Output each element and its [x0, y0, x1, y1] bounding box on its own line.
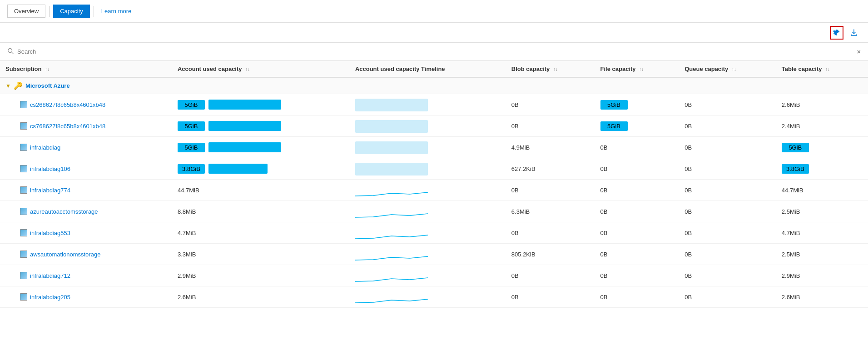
queue-capacity-value: 0B — [684, 251, 692, 258]
queue-capacity-value: 0B — [684, 208, 692, 215]
name-cell: cs768627f8c65b8x4601xb48 — [0, 115, 172, 137]
nav-divider-1 — [49, 6, 50, 17]
blob-capacity-cell: 805.2KiB — [506, 244, 595, 265]
timeline-line-wrap — [355, 247, 428, 261]
table-capacity-value: 2.4MiB — [782, 123, 800, 130]
table-capacity-cell: 2.6MiB — [776, 286, 868, 308]
account-used-capacity-cell: 44.7MiB — [172, 180, 350, 201]
account-used-capacity-cell: 8.8MiB — [172, 201, 350, 222]
file-capacity-value: 0B — [600, 294, 608, 301]
sort-icon-table: ↑↓ — [825, 67, 830, 72]
file-capacity-cell: 0B — [595, 244, 680, 265]
storage-icon — [20, 101, 27, 108]
account-name-link[interactable]: infralabdiag712 — [30, 272, 70, 279]
queue-capacity-cell: 0B — [679, 286, 776, 308]
search-bar: × — [0, 43, 868, 61]
table-capacity-value: 2.5MiB — [782, 251, 800, 258]
file-capacity-value: 0B — [600, 144, 608, 151]
timeline-block — [355, 120, 428, 133]
search-clear-button[interactable]: × — [857, 48, 861, 55]
timeline-cell — [350, 158, 506, 180]
table-capacity-cell: 2.5MiB — [776, 244, 868, 265]
storage-icon — [20, 251, 27, 258]
account-name-link[interactable]: azureautoacctomsstorage — [30, 208, 98, 215]
file-capacity-cell: 0B — [595, 222, 680, 244]
blob-capacity-cell: 6.3MiB — [506, 201, 595, 222]
account-name-link[interactable]: infralabdiag — [30, 144, 60, 151]
timeline-block — [355, 163, 428, 176]
timeline-cell — [350, 201, 506, 222]
timeline-cell — [350, 265, 506, 286]
account-name-link[interactable]: infralabdiag553 — [30, 230, 70, 236]
col-file-capacity[interactable]: File capacity ↑↓ — [595, 61, 680, 77]
account-name-link[interactable]: infralabdiag205 — [30, 294, 70, 301]
table-row: awsautomationomsstorage 3.3MiB 805.2KiB0… — [0, 244, 868, 265]
blob-capacity-value: 0B — [511, 294, 519, 301]
account-name-link[interactable]: infralabdiag774 — [30, 187, 70, 194]
capacity-bar-label: 5GiB — [178, 143, 205, 152]
account-name-link[interactable]: cs268627f8c65b8x4601xb48 — [30, 101, 105, 108]
storage-icon — [20, 186, 27, 194]
col-account-used-capacity-timeline[interactable]: Account used capacity Timeline — [350, 61, 506, 77]
table-capacity-cell: 2.5MiB — [776, 201, 868, 222]
blob-capacity-value: 805.2KiB — [511, 251, 536, 258]
search-input[interactable] — [17, 48, 857, 55]
timeline-sparkline — [355, 206, 428, 218]
capacity-bar — [208, 164, 268, 174]
blob-capacity-value: 0B — [511, 187, 519, 194]
capacity-value: 2.9MiB — [178, 272, 196, 279]
table-capacity-value: 2.6MiB — [782, 294, 800, 301]
blob-capacity-value: 6.3MiB — [511, 208, 530, 215]
capacity-button[interactable]: Capacity — [53, 5, 90, 18]
timeline-cell — [350, 115, 506, 137]
download-button[interactable] — [847, 26, 861, 40]
col-subscription[interactable]: Subscription ↑↓ — [0, 61, 172, 77]
timeline-cell — [350, 244, 506, 265]
col-account-used-capacity[interactable]: Account used capacity ↑↓ — [172, 61, 350, 77]
blob-capacity-cell: 0B — [506, 286, 595, 308]
col-queue-capacity[interactable]: Queue capacity ↑↓ — [679, 61, 776, 77]
timeline-line-wrap — [355, 183, 428, 197]
blob-capacity-cell: 627.2KiB — [506, 158, 595, 180]
group-name-link[interactable]: Microsoft Azure — [25, 82, 70, 89]
learn-more-link[interactable]: Learn more — [98, 5, 135, 17]
timeline-cell — [350, 137, 506, 158]
blob-capacity-cell: 0B — [506, 180, 595, 201]
queue-capacity-cell: 0B — [679, 222, 776, 244]
file-capacity-cell: 0B — [595, 265, 680, 286]
top-nav: Overview Capacity Learn more — [0, 0, 868, 23]
overview-button[interactable]: Overview — [7, 5, 45, 18]
account-used-capacity-cell: 2.9MiB — [172, 265, 350, 286]
capacity-value: 2.6MiB — [178, 294, 196, 301]
account-used-capacity-cell: 4.7MiB — [172, 222, 350, 244]
file-capacity-value: 0B — [600, 230, 608, 236]
timeline-line-wrap — [355, 269, 428, 282]
table-capacity-cell: 5GiB — [776, 137, 868, 158]
name-cell: awsautomationomsstorage — [0, 244, 172, 265]
table-row: infralabdiag553 4.7MiB 0B0B0B4.7MiB — [0, 222, 868, 244]
account-name-link[interactable]: awsautomationomsstorage — [30, 251, 100, 258]
table-row: infralabdiag712 2.9MiB 0B0B0B2.9MiB — [0, 265, 868, 286]
file-capacity-cell: 5GiB — [595, 115, 680, 137]
nav-divider-2 — [94, 6, 94, 17]
sort-icon-subscription: ↑↓ — [45, 67, 50, 72]
account-name-link[interactable]: cs768627f8c65b8x4601xb48 — [30, 123, 105, 130]
name-cell: infralabdiag553 — [0, 222, 172, 244]
queue-capacity-value: 0B — [684, 230, 692, 236]
sort-icon-file: ↑↓ — [639, 67, 644, 72]
storage-icon — [20, 293, 27, 301]
queue-capacity-value: 0B — [684, 294, 692, 301]
account-used-capacity-cell: 3.3MiB — [172, 244, 350, 265]
blob-capacity-value: 627.2KiB — [511, 165, 536, 172]
table-capacity-value: 2.5MiB — [782, 208, 800, 215]
table-capacity-cell: 2.6MiB — [776, 94, 868, 115]
col-table-capacity[interactable]: Table capacity ↑↓ — [776, 61, 868, 77]
sort-icon-account-used: ↑↓ — [245, 67, 250, 72]
account-name-link[interactable]: infralabdiag106 — [30, 165, 70, 172]
queue-capacity-cell: 0B — [679, 244, 776, 265]
blob-capacity-value: 0B — [511, 230, 519, 236]
file-capacity-value: 0B — [600, 251, 608, 258]
col-blob-capacity[interactable]: Blob capacity ↑↓ — [506, 61, 595, 77]
pin-button[interactable] — [830, 26, 843, 40]
expand-arrow[interactable]: ▼ — [5, 83, 11, 89]
